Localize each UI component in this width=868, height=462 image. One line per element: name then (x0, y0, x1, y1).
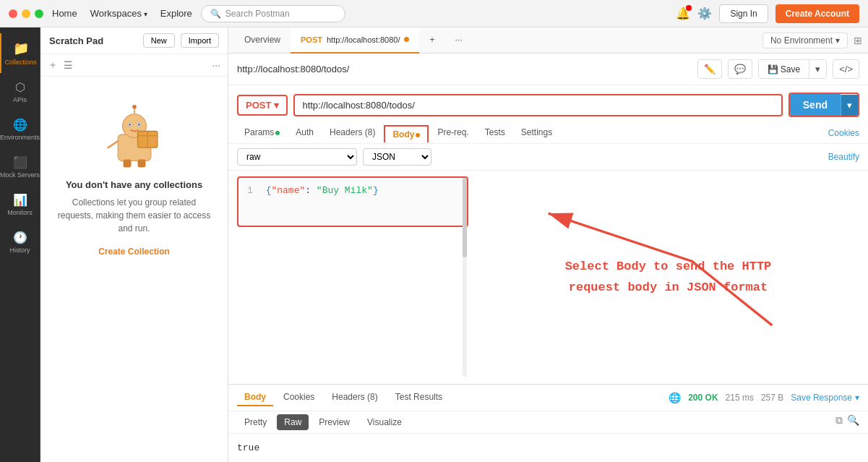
body-content-area: raw none form-data x-www-form-urlencoded… (228, 144, 868, 384)
save-dropdown-button[interactable]: ▾ (809, 60, 826, 78)
nav-workspaces[interactable]: Workspaces (90, 8, 147, 19)
search-placeholder: Search Postman (225, 9, 290, 19)
maximize-button[interactable] (35, 9, 43, 18)
code-icon[interactable]: </> (833, 59, 859, 79)
left-panel: Scratch Pad New Import ＋ ☰ ··· (40, 27, 228, 462)
search-res-icon[interactable]: 🔍 (847, 414, 859, 430)
filter-icon[interactable]: ☰ (64, 59, 73, 71)
create-account-button[interactable]: Create Account (775, 4, 859, 23)
create-collection-link[interactable]: Create Collection (98, 247, 170, 257)
request-section: POST ▾ Send ▾ Params Auth Headers (8) Bo… (228, 85, 868, 144)
svg-rect-12 (137, 160, 145, 168)
search-bar[interactable]: 🔍 Search Postman (201, 5, 345, 22)
body-dot (416, 133, 420, 137)
import-button[interactable]: Import (181, 33, 219, 48)
tab-add[interactable]: + (419, 27, 444, 54)
send-button[interactable]: Send (790, 94, 841, 116)
body-and-annotation: 1 {"name": "Buy Milk"} (228, 171, 868, 384)
minimize-button[interactable] (22, 9, 30, 18)
comment-icon[interactable]: 💬 (728, 59, 752, 79)
tab-settings[interactable]: Settings (514, 123, 559, 143)
main-area: Overview POST http://localhost:8080/ + ·… (228, 27, 868, 462)
scrollbar-thumb[interactable] (463, 178, 467, 257)
body-type-select[interactable]: raw none form-data x-www-form-urlencoded… (237, 148, 357, 166)
environments-icon: 🌐 (13, 118, 27, 132)
empty-illustration (98, 98, 171, 171)
res-tab-cookies[interactable]: Cookies (276, 389, 322, 406)
status-info: 🌐 200 OK 215 ms 257 B Save Response ▾ (669, 392, 859, 403)
res-body-tab-raw[interactable]: Raw (277, 414, 309, 430)
svg-point-5 (138, 124, 140, 126)
res-tab-headers[interactable]: Headers (8) (325, 389, 384, 406)
copy-icon[interactable]: ⧉ (835, 414, 843, 430)
sidebar-label-history: History (9, 247, 30, 254)
sidebar-item-history[interactable]: 🕐 History (0, 223, 40, 261)
env-selector[interactable]: No Environment ▾ (762, 33, 848, 48)
res-tab-test-results[interactable]: Test Results (388, 389, 450, 406)
empty-desc: Collections let you group related reques… (55, 196, 213, 235)
send-dropdown-button[interactable]: ▾ (841, 95, 858, 116)
tab-body[interactable]: Body (384, 125, 429, 142)
sidebar-item-collections[interactable]: 📁 Collections (0, 33, 40, 73)
sidebar-item-apis[interactable]: ⬡ APIs (0, 73, 40, 111)
code-editor[interactable]: 1 {"name": "Buy Milk"} (237, 176, 468, 227)
svg-point-14 (132, 105, 136, 108)
tab-active-request[interactable]: POST http://localhost:8080/ (291, 27, 419, 54)
url-input[interactable] (293, 94, 782, 116)
layout-icon[interactable]: ⊞ (854, 35, 862, 46)
beautify-link[interactable]: Beautify (828, 152, 859, 162)
sidebar-item-mock-servers[interactable]: ⬛ Mock Servers (0, 148, 40, 186)
titlebar: Home Workspaces Explore 🔍 Search Postman… (0, 0, 868, 27)
tab-auth[interactable]: Auth (288, 123, 321, 143)
sidebar-item-environments[interactable]: 🌐 Environments (0, 111, 40, 148)
add-icon[interactable]: ＋ (48, 59, 58, 72)
res-body-tab-preview[interactable]: Preview (311, 414, 357, 430)
search-icon: 🔍 (210, 9, 221, 19)
sidebar-item-monitors[interactable]: 📊 Monitors (0, 186, 40, 223)
sidebar-label-mock-servers: Mock Servers (0, 171, 40, 179)
edit-icon[interactable]: ✏️ (697, 59, 722, 79)
status-ok: 200 OK (688, 393, 718, 403)
tab-overview[interactable]: Overview (234, 27, 291, 54)
body-format-select[interactable]: JSON Text JavaScript HTML XML (363, 148, 431, 166)
titlebar-right: 🔔 ⚙️ Sign In Create Account (676, 4, 859, 23)
plus-icon: + (429, 35, 434, 45)
tab-modified-dot (404, 37, 409, 42)
tab-tests[interactable]: Tests (478, 123, 512, 143)
more-options-icon[interactable]: ··· (212, 59, 220, 71)
code-colon: : (305, 185, 317, 196)
sidebar: 📁 Collections ⬡ APIs 🌐 Environments ⬛ Mo… (0, 27, 40, 462)
save-response-button[interactable]: Save Response ▾ (791, 393, 859, 403)
url-bar: http://localhost:8080/todos/ ✏️ 💬 💾 Save… (228, 54, 868, 85)
params-dot (275, 131, 280, 135)
empty-title: You don't have any collections (66, 179, 202, 190)
nav-explore[interactable]: Explore (160, 8, 192, 19)
res-headers-count: (8) (367, 392, 378, 402)
tab-prereq[interactable]: Pre-req. (430, 123, 476, 143)
nav-home[interactable]: Home (52, 8, 77, 19)
save-response-chevron: ▾ (855, 393, 859, 403)
notification-icon[interactable]: 🔔 (676, 7, 690, 20)
save-button[interactable]: 💾 Save (759, 61, 809, 78)
more-tabs-icon: ··· (455, 35, 463, 45)
res-body-tab-pretty[interactable]: Pretty (237, 414, 274, 430)
tab-more[interactable]: ··· (445, 27, 473, 54)
body-toolbar: raw none form-data x-www-form-urlencoded… (228, 144, 868, 171)
annotation-area: Select Body to send the HTTP request bod… (468, 171, 868, 384)
save-icon: 💾 (768, 64, 778, 74)
toolbar: ＋ ☰ ··· (40, 54, 228, 77)
sidebar-label-monitors: Monitors (7, 209, 33, 216)
signin-button[interactable]: Sign In (719, 4, 768, 23)
cookies-link[interactable]: Cookies (828, 128, 859, 138)
method-selector[interactable]: POST ▾ (237, 95, 288, 116)
tab-headers[interactable]: Headers (8) (322, 123, 382, 143)
settings-icon[interactable]: ⚙️ (697, 7, 712, 20)
code-brace-close: } (373, 185, 379, 196)
res-tab-body[interactable]: Body (237, 389, 273, 406)
svg-point-4 (129, 124, 131, 126)
tab-params[interactable]: Params (237, 123, 287, 143)
res-body-tab-visualize[interactable]: Visualize (360, 414, 409, 430)
status-size: 257 B (761, 393, 783, 403)
close-button[interactable] (9, 9, 17, 18)
new-button[interactable]: New (143, 33, 175, 48)
